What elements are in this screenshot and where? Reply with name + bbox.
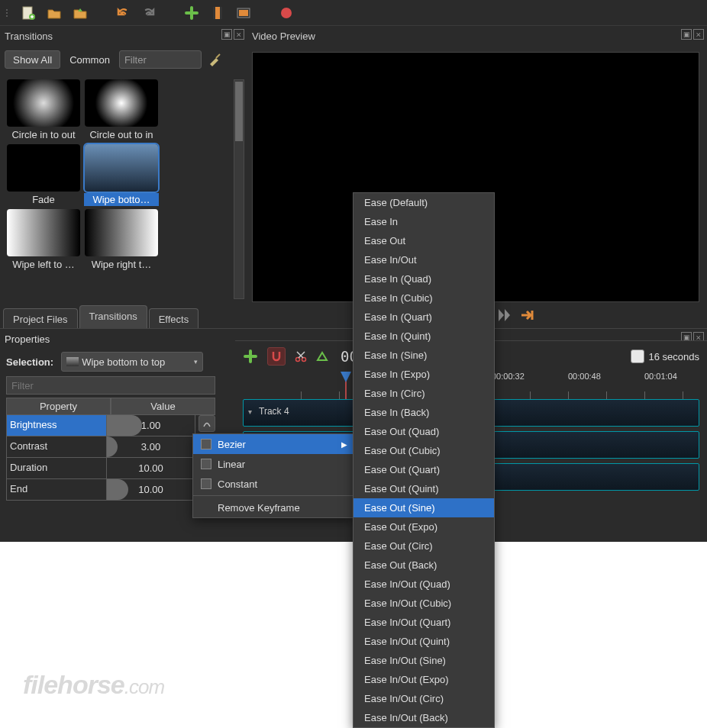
property-value: 10.00 bbox=[138, 462, 163, 474]
snap-button[interactable] bbox=[267, 347, 286, 366]
svg-rect-4 bbox=[220, 7, 222, 19]
jump-end-button[interactable] bbox=[521, 309, 536, 321]
property-value-cell[interactable]: 3.00 bbox=[107, 436, 195, 458]
menu-item[interactable]: Ease In (Circ) bbox=[354, 384, 494, 403]
menu-item[interactable]: Ease In (Sine) bbox=[354, 346, 494, 365]
panel-detach-icon[interactable]: ▣ bbox=[221, 29, 232, 40]
menu-item[interactable]: Ease Out (Quint) bbox=[354, 479, 494, 498]
transition-item[interactable]: Wipe left to … bbox=[6, 209, 81, 271]
transition-item[interactable]: Fade bbox=[6, 144, 81, 206]
transition-item[interactable]: Circle out to in bbox=[84, 79, 159, 141]
zoom-slider-handle[interactable] bbox=[631, 350, 644, 363]
tab-project-files[interactable]: Project Files bbox=[3, 308, 78, 328]
properties-filter-input[interactable] bbox=[6, 376, 215, 395]
menu-item[interactable]: Ease In (Back) bbox=[354, 403, 494, 422]
property-row[interactable]: Duration 10.00 bbox=[6, 458, 215, 479]
transition-thumb bbox=[85, 144, 158, 192]
panel-close-icon[interactable]: ⨯ bbox=[234, 29, 244, 40]
zoom-seconds-label: 16 seconds bbox=[649, 351, 700, 362]
menu-item[interactable]: Ease In/Out (Quad) bbox=[354, 575, 494, 594]
transition-item[interactable]: Wipe right t… bbox=[84, 209, 159, 271]
interp-icon bbox=[201, 439, 211, 449]
playhead[interactable] bbox=[345, 372, 347, 399]
screen-button[interactable] bbox=[235, 5, 252, 21]
cut-button[interactable] bbox=[295, 350, 307, 362]
transition-label: Fade bbox=[6, 193, 81, 206]
menu-item[interactable]: Ease Out (Back) bbox=[354, 556, 494, 575]
property-row[interactable]: Contrast 3.00 bbox=[6, 436, 215, 458]
common-button[interactable]: Common bbox=[65, 52, 115, 68]
selection-dropdown[interactable]: Wipe bottom to top ▾ bbox=[61, 352, 203, 372]
property-name: Contrast bbox=[6, 436, 107, 458]
keyframe-context-menu: Bezier▶LinearConstantRemove Keyframe bbox=[192, 433, 354, 518]
property-value: 10.00 bbox=[138, 484, 163, 495]
menu-item[interactable]: Ease Out (Sine) bbox=[354, 498, 494, 517]
keyframe-button[interactable] bbox=[199, 415, 215, 432]
transition-item[interactable]: Circle in to out bbox=[6, 79, 81, 141]
new-file-button[interactable] bbox=[20, 5, 37, 21]
transition-thumb bbox=[7, 144, 80, 192]
menu-item[interactable]: Ease In (Quart) bbox=[354, 308, 494, 327]
redo-button[interactable] bbox=[140, 5, 157, 21]
menu-item[interactable]: Constant bbox=[193, 474, 354, 494]
menu-item[interactable]: Ease In/Out (Back) bbox=[354, 708, 494, 727]
add-button[interactable] bbox=[183, 5, 200, 21]
show-all-button[interactable]: Show All bbox=[5, 50, 60, 69]
prop-header-value[interactable]: Value bbox=[111, 398, 215, 415]
menu-item[interactable]: Ease Out (Expo) bbox=[354, 517, 494, 536]
panel-close-icon[interactable]: ⨯ bbox=[693, 29, 704, 40]
caret-down-icon: ▾ bbox=[194, 358, 198, 366]
menu-item[interactable]: Linear bbox=[193, 454, 354, 474]
transition-thumb bbox=[85, 79, 158, 127]
menu-item[interactable]: Ease In/Out (Cubic) bbox=[354, 594, 494, 613]
svg-point-7 bbox=[281, 8, 292, 18]
property-name: Duration bbox=[6, 458, 107, 479]
menu-item[interactable]: Ease Out (Cubic) bbox=[354, 441, 494, 460]
transitions-scrollbar[interactable] bbox=[234, 79, 244, 299]
menu-item[interactable]: Ease (Default) bbox=[354, 193, 494, 212]
menu-item[interactable]: Ease Out bbox=[354, 231, 494, 250]
property-value-cell[interactable]: 1.00 bbox=[107, 415, 195, 436]
track-collapse-icon[interactable]: ▾ bbox=[248, 407, 252, 416]
menu-item[interactable]: Remove Keyframe bbox=[193, 498, 354, 517]
transitions-filter-input[interactable] bbox=[119, 50, 202, 69]
strip-button[interactable] bbox=[209, 5, 226, 21]
prop-header-property[interactable]: Property bbox=[6, 398, 111, 415]
transition-thumb bbox=[7, 79, 80, 127]
menu-item[interactable]: Ease Out (Quart) bbox=[354, 460, 494, 479]
panel-detach-icon[interactable]: ▣ bbox=[681, 29, 692, 40]
fast-forward-button[interactable] bbox=[498, 309, 513, 321]
menu-item[interactable]: Ease In bbox=[354, 212, 494, 231]
menu-item[interactable]: Bezier▶ bbox=[193, 434, 354, 454]
property-row[interactable]: End 10.00 bbox=[6, 479, 215, 501]
menu-item[interactable]: Ease In (Quint) bbox=[354, 327, 494, 346]
property-value-cell[interactable]: 10.00 bbox=[107, 458, 195, 479]
add-track-button[interactable] bbox=[243, 349, 258, 364]
property-value: 3.00 bbox=[141, 441, 160, 453]
ruler-tick: 00:01:04 bbox=[644, 372, 677, 381]
undo-button[interactable] bbox=[115, 5, 131, 21]
property-name: Brightness bbox=[6, 415, 107, 436]
transition-item[interactable]: Wipe botto… bbox=[84, 144, 159, 206]
tab-transitions[interactable]: Transitions bbox=[79, 305, 147, 328]
marker-button[interactable] bbox=[316, 350, 328, 362]
menu-item[interactable]: Ease In (Quad) bbox=[354, 269, 494, 288]
tab-effects[interactable]: Effects bbox=[149, 308, 199, 328]
record-button[interactable] bbox=[278, 5, 295, 21]
property-row[interactable]: Brightness 1.00 bbox=[6, 415, 215, 436]
menu-item[interactable]: Ease In (Cubic) bbox=[354, 288, 494, 308]
clear-filter-button[interactable] bbox=[206, 50, 224, 69]
menu-item[interactable]: Ease Out (Quad) bbox=[354, 422, 494, 441]
transition-label: Wipe botto… bbox=[84, 193, 159, 206]
menu-item[interactable]: Ease In/Out (Quart) bbox=[354, 613, 494, 632]
menu-item[interactable]: Ease In/Out bbox=[354, 250, 494, 269]
menu-item[interactable]: Ease In/Out (Quint) bbox=[354, 632, 494, 651]
save-file-button[interactable] bbox=[72, 5, 89, 21]
property-value-cell[interactable]: 10.00 bbox=[107, 479, 195, 501]
menu-item[interactable]: Ease Out (Circ) bbox=[354, 536, 494, 556]
menu-item[interactable]: Ease In (Expo) bbox=[354, 365, 494, 384]
menu-item[interactable]: Ease In/Out (Expo) bbox=[354, 670, 494, 689]
open-file-button[interactable] bbox=[46, 5, 63, 21]
menu-item[interactable]: Ease In/Out (Circ) bbox=[354, 689, 494, 708]
menu-item[interactable]: Ease In/Out (Sine) bbox=[354, 651, 494, 670]
